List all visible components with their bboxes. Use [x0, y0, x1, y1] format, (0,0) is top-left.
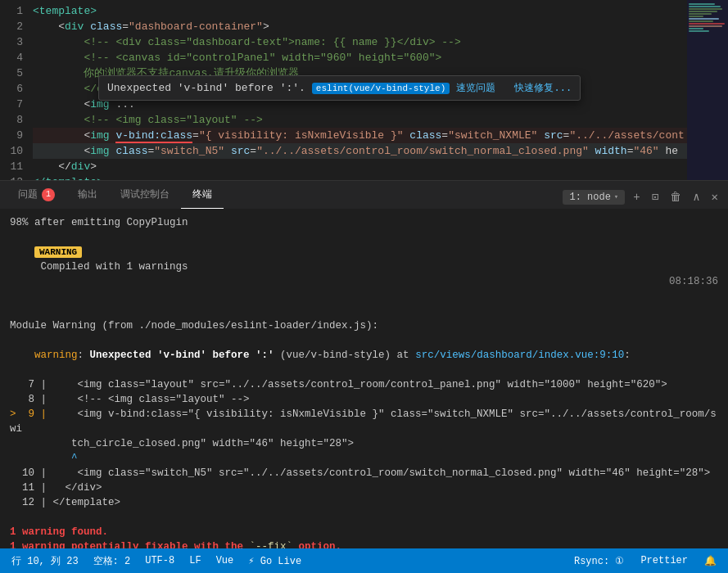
status-left: 行 10, 列 23 空格: 2 UTF-8 LF Vue ⚡ Go Live [8, 554, 305, 568]
status-go-live[interactable]: ⚡ Go Live [245, 554, 305, 568]
terminal-code-8: 8 | <!-- <img class="layout" --> [10, 392, 718, 407]
code-line-9: <img v-bind:class="{ visibility: isNxmle… [33, 128, 728, 143]
tooltip-text: Unexpected 'v-bind' before ':'. [107, 82, 305, 94]
terminal-code-7: 7 | <img class="layout" src="../../asset… [10, 377, 718, 392]
panel-tabs-right: 1: node ▾ + ⊡ 🗑 ∧ ✕ [563, 188, 721, 209]
warning-text: Compiled with 1 warnings [34, 261, 188, 273]
line-numbers: 1 2 3 4 5 6 7 8 9 10 11 12 [0, 0, 29, 180]
code-line-11: </div> [33, 159, 728, 174]
add-terminal-button[interactable]: + [630, 189, 643, 205]
terminal-line-5: warning: Unexpected 'v-bind' before ':' … [10, 333, 718, 377]
code-line-12: </template> [33, 174, 728, 180]
terminal-line-4: Module Warning (from ./node_modules/esli… [10, 318, 718, 333]
terminal-warning-count: 1 warning found. [10, 525, 718, 539]
chevron-down-icon: ▾ [614, 192, 618, 201]
terminal-blank-1 [10, 510, 718, 525]
code-line-1: <template> [33, 3, 728, 19]
tooltip-popup: Unexpected 'v-bind' before ':'. eslint(v… [98, 75, 581, 101]
node-selector-label: 1: node [569, 192, 610, 203]
node-selector[interactable]: 1: node ▾ [563, 190, 625, 205]
status-rsync[interactable]: Rsync: ① [571, 555, 627, 567]
status-position[interactable]: 行 10, 列 23 [8, 554, 82, 568]
tab-terminal[interactable]: 终端 [181, 181, 224, 209]
terminal-line-3 [10, 304, 718, 318]
terminal-code-9-highlight: > 9 | <img v-bind:class="{ visibility: i… [10, 407, 718, 436]
status-line-ending[interactable]: LF [186, 554, 204, 568]
terminal-code-11: 11 | </div> [10, 481, 718, 495]
tooltip-divider [502, 83, 508, 94]
status-prettier[interactable]: Prettier [637, 555, 691, 566]
panel-tabs: 问题 1 输出 调试控制台 终端 1: node ▾ + ⊡ 🗑 ∧ ✕ [0, 180, 728, 209]
code-line-3: <!-- <div class="dashboard-text">name: {… [33, 34, 728, 50]
tooltip-link2[interactable]: 快速修复... [514, 81, 572, 95]
warning-badge: WARNING [34, 246, 82, 258]
tooltip-link1[interactable]: 速览问题 [456, 81, 495, 95]
tab-output[interactable]: 输出 [66, 181, 109, 209]
terminal-area[interactable]: 98% after emitting CopyPlugin WARNING Co… [0, 209, 728, 548]
terminal-line-1: 98% after emitting CopyPlugin [10, 215, 718, 230]
warning-label: warning [34, 350, 78, 361]
status-spaces[interactable]: 空格: 2 [90, 554, 134, 568]
terminal-line-2: WARNING Compiled with 1 warnings 08:18:3… [10, 230, 718, 304]
terminal-code-caret: ^ [10, 451, 718, 466]
code-line-2: <div class="dashboard-container"> [33, 19, 728, 34]
maximize-panel-button[interactable]: ∧ [690, 188, 703, 205]
delete-terminal-button[interactable]: 🗑 [667, 189, 685, 205]
status-language[interactable]: Vue [213, 554, 237, 568]
terminal-code-9b: tch_circle_closed.png" width="46" height… [10, 436, 718, 451]
warning-message: Unexpected 'v-bind' before ':' [90, 350, 274, 361]
tab-output-label: 输出 [78, 187, 97, 201]
terminal-fix-hint: 1 warning potentially fixable with the `… [10, 539, 718, 548]
split-terminal-button[interactable]: ⊡ [649, 188, 662, 205]
bell-icon[interactable]: 🔔 [701, 555, 720, 567]
tooltip-badge: eslint(vue/v-bind-style) [312, 83, 450, 94]
timestamp: 08:18:36 [669, 274, 718, 289]
code-line-8: <!-- <img class="layout" --> [33, 112, 728, 128]
terminal-code-10: 10 | <img class="switch_N5" src="../../a… [10, 466, 718, 481]
tab-debug-label: 调试控制台 [120, 187, 170, 201]
status-encoding[interactable]: UTF-8 [142, 554, 178, 568]
code-line-4: <!-- <canvas id="controlPanel" width="96… [33, 50, 728, 65]
tab-problems-label: 问题 [18, 187, 38, 201]
close-panel-button[interactable]: ✕ [708, 188, 721, 205]
minimap [687, 0, 728, 180]
code-line-10: <img class="switch_N5" src="../../assets… [33, 143, 728, 159]
editor-area: 1 2 3 4 5 6 7 8 9 10 11 12 <template> <d… [0, 0, 728, 180]
tab-debug-console[interactable]: 调试控制台 [109, 181, 181, 209]
status-bar: 行 10, 列 23 空格: 2 UTF-8 LF Vue ⚡ Go Live … [0, 548, 728, 573]
tab-problems[interactable]: 问题 1 [7, 181, 66, 209]
problems-badge: 1 [42, 188, 55, 201]
tab-terminal-label: 终端 [192, 187, 212, 201]
file-path: src/views/dashboard/index.vue:9:10 [415, 350, 624, 361]
terminal-code-12: 12 | </template> [10, 495, 718, 510]
warning-content: : [78, 350, 90, 361]
